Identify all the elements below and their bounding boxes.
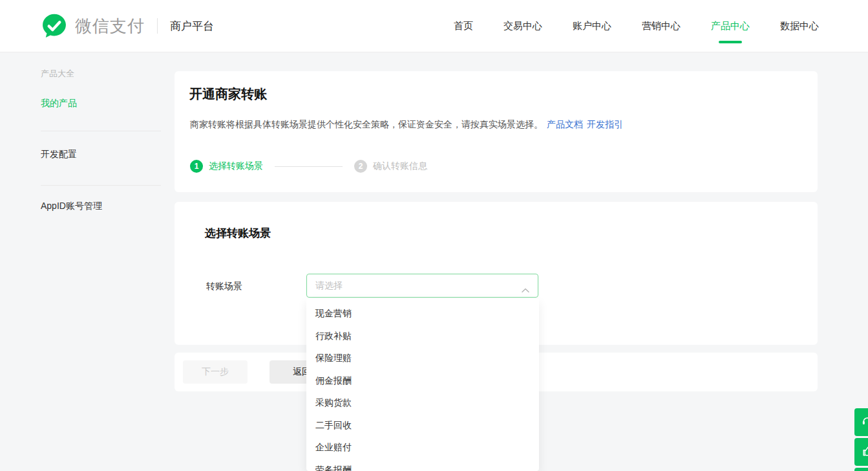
transfer-scene-select[interactable]: 请选择 [306, 274, 538, 298]
nav-item-homepage[interactable]: 首页 [454, 20, 473, 32]
page-title: 开通商家转账 [189, 85, 267, 103]
brand-divider [157, 18, 158, 34]
select-placeholder: 请选择 [315, 280, 343, 292]
sidebar-item-dev-config[interactable]: 开发配置 [41, 149, 77, 160]
nav-item-transaction-center[interactable]: 交易中心 [503, 20, 542, 32]
sidebar-item-appid-management[interactable]: AppID账号管理 [41, 201, 102, 212]
customer-service-button[interactable] [854, 408, 868, 436]
active-tab-underline [719, 41, 742, 43]
feedback-button[interactable] [854, 438, 868, 466]
transfer-scene-label: 转账场景 [206, 281, 242, 292]
brand: 微信支付 商户平台 [41, 12, 214, 39]
step-connector [275, 166, 343, 167]
dropdown-option-cash-marketing[interactable]: 现金营销 [306, 302, 539, 325]
thumbs-up-icon [861, 444, 868, 460]
chevron-up-icon [522, 284, 529, 296]
intro-card: 开通商家转账 商家转账将根据具体转账场景提供个性化安全策略，保证资金安全，请按真… [175, 71, 818, 192]
nav-item-data-center[interactable]: 数据中心 [780, 20, 819, 32]
step-indicator: 1 选择转账场景 2 确认转账信息 [190, 160, 427, 173]
dropdown-option-insurance-claim[interactable]: 保险理赔 [306, 347, 539, 369]
wechat-pay-logo-icon [41, 12, 68, 39]
step-2-circle: 2 [354, 160, 367, 173]
nav-item-product-center[interactable]: 产品中心 [711, 20, 750, 32]
page-description: 商家转账将根据具体转账场景提供个性化安全策略，保证资金安全，请按真实场景选择。产… [190, 119, 623, 131]
next-step-button[interactable]: 下一步 [183, 360, 248, 384]
floating-button-stack [854, 408, 868, 471]
nav-item-account-center[interactable]: 账户中心 [573, 20, 611, 32]
sidebar-divider [41, 131, 161, 131]
step-1-circle: 1 [190, 160, 203, 173]
sidebar-item-my-products[interactable]: 我的产品 [41, 98, 77, 109]
description-text: 商家转账将根据具体转账场景提供个性化安全策略，保证资金安全，请按真实场景选择。 [190, 119, 543, 129]
dropdown-option-labor-remuneration[interactable]: 劳务报酬 [306, 459, 539, 471]
nav-item-product-center-label: 产品中心 [711, 20, 750, 31]
dropdown-option-admin-subsidy[interactable]: 行政补贴 [306, 325, 539, 347]
top-header: 微信支付 商户平台 首页 交易中心 账户中心 营销中心 产品中心 数据中心 [0, 0, 868, 52]
customer-service-icon [861, 415, 868, 430]
page: 微信支付 商户平台 首页 交易中心 账户中心 营销中心 产品中心 数据中心 产品… [0, 0, 868, 471]
top-nav: 首页 交易中心 账户中心 营销中心 产品中心 数据中心 [454, 0, 819, 52]
more-tools-button[interactable] [854, 468, 868, 471]
form-heading: 选择转账场景 [205, 226, 271, 241]
step-1-label: 选择转账场景 [209, 160, 263, 172]
step-2-label: 确认转账信息 [373, 160, 427, 172]
product-doc-link[interactable]: 产品文档 [547, 119, 583, 129]
nav-item-marketing-center[interactable]: 营销中心 [642, 20, 681, 32]
dropdown-option-enterprise-compensation[interactable]: 企业赔付 [306, 436, 539, 459]
dropdown-option-commission[interactable]: 佣金报酬 [306, 369, 539, 392]
brand-name: 微信支付 [75, 15, 145, 38]
dropdown-option-procurement[interactable]: 采购货款 [306, 391, 539, 414]
sidebar-divider [41, 185, 161, 186]
dev-guide-link[interactable]: 开发指引 [587, 119, 623, 129]
sidebar-section-product-catalog: 产品大全 [41, 68, 74, 80]
platform-name: 商户平台 [170, 19, 214, 34]
dropdown-option-secondhand-recycle[interactable]: 二手回收 [306, 414, 539, 437]
transfer-scene-dropdown: 现金营销 行政补贴 保险理赔 佣金报酬 采购货款 二手回收 企业赔付 劳务报酬 [306, 299, 539, 471]
